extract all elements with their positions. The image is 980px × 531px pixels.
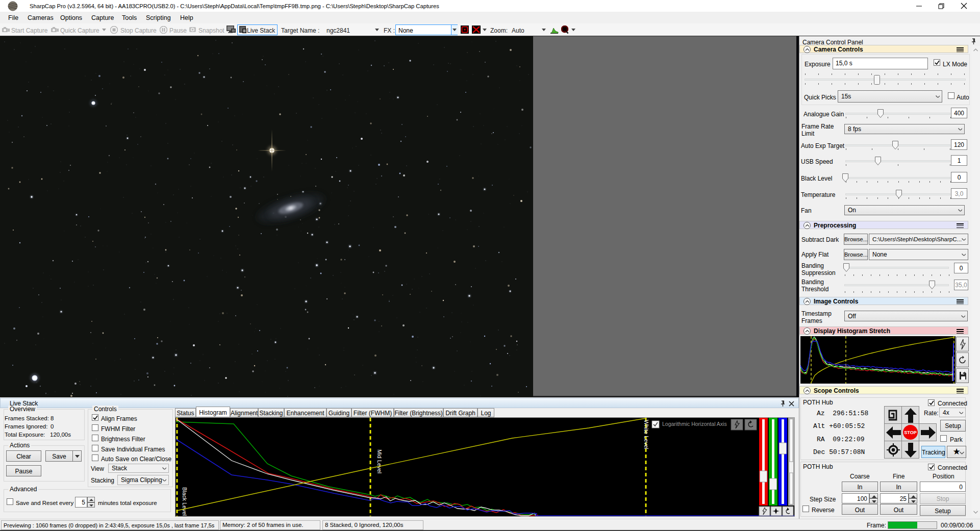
- svg-text:Black Level: Black Level: [182, 487, 188, 516]
- svg-text:White Level: White Level: [643, 420, 649, 449]
- svg-text:Mid Level: Mid Level: [376, 449, 383, 473]
- svg-text:Logarithmic Horizontal Axis: Logarithmic Horizontal Axis: [662, 421, 727, 427]
